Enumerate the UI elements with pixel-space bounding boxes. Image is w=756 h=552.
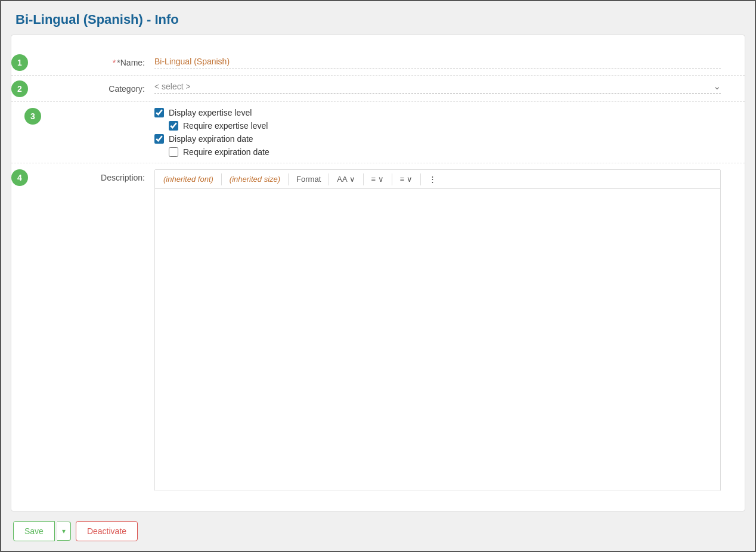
list-button-2[interactable]: ≡ ∨	[395, 172, 417, 186]
text-size-button[interactable]: AA ∨	[332, 172, 360, 186]
name-input[interactable]	[154, 54, 721, 69]
form-card: 1 **Name: 2 Category: < select > ⌄	[11, 35, 745, 511]
font-picker[interactable]: (inherited font)	[159, 172, 218, 186]
format-button[interactable]: Format	[292, 172, 326, 186]
checkbox-display-expertise[interactable]: Display expertise level	[154, 108, 721, 117]
cb-require-expertise[interactable]	[169, 121, 178, 131]
toolbar-sep-4	[363, 173, 364, 185]
step-3-badge: 3	[24, 108, 41, 125]
checkbox-require-expiration[interactable]: Require expiration date	[169, 147, 721, 157]
step-4-badge: 4	[11, 169, 28, 186]
deactivate-button[interactable]: Deactivate	[76, 521, 138, 541]
editor-toolbar: (inherited font) (inherited size) Format…	[155, 170, 720, 189]
cb-require-expiration[interactable]	[169, 147, 178, 157]
save-button[interactable]: Save	[13, 521, 55, 541]
category-select[interactable]: < select >	[154, 82, 711, 91]
list-button-1[interactable]: ≡ ∨	[367, 172, 389, 186]
more-options-button[interactable]: ⋮	[424, 172, 441, 186]
description-editor: (inherited font) (inherited size) Format…	[154, 169, 721, 491]
cb-display-expertise[interactable]	[154, 108, 164, 117]
size-picker[interactable]: (inherited size)	[225, 172, 285, 186]
footer: Save ▾ Deactivate	[1, 511, 755, 551]
toolbar-sep-6	[420, 173, 421, 185]
category-label: Category:	[109, 84, 145, 94]
page-title: Bi-Lingual (Spanish) - Info	[1, 1, 755, 35]
toolbar-sep-2	[288, 173, 289, 185]
cb-display-expiration[interactable]	[154, 134, 164, 144]
chevron-down-icon: ⌄	[713, 80, 721, 92]
toolbar-sep-1	[221, 173, 222, 185]
toolbar-sep-5	[392, 173, 392, 185]
save-dropdown-button[interactable]: ▾	[57, 522, 71, 541]
checkboxes-group: Display expertise level Require expertis…	[154, 108, 721, 157]
step-1-badge: 1	[11, 54, 28, 71]
step-2-badge: 2	[11, 80, 28, 97]
name-label: *Name:	[117, 58, 145, 67]
checkbox-require-expertise[interactable]: Require expertise level	[169, 121, 721, 131]
description-label: Description:	[101, 173, 145, 182]
checkbox-display-expiration[interactable]: Display expiration date	[154, 134, 721, 144]
name-required-star: *	[113, 58, 116, 67]
toolbar-sep-3	[329, 173, 329, 185]
description-text-area[interactable]	[155, 189, 720, 491]
